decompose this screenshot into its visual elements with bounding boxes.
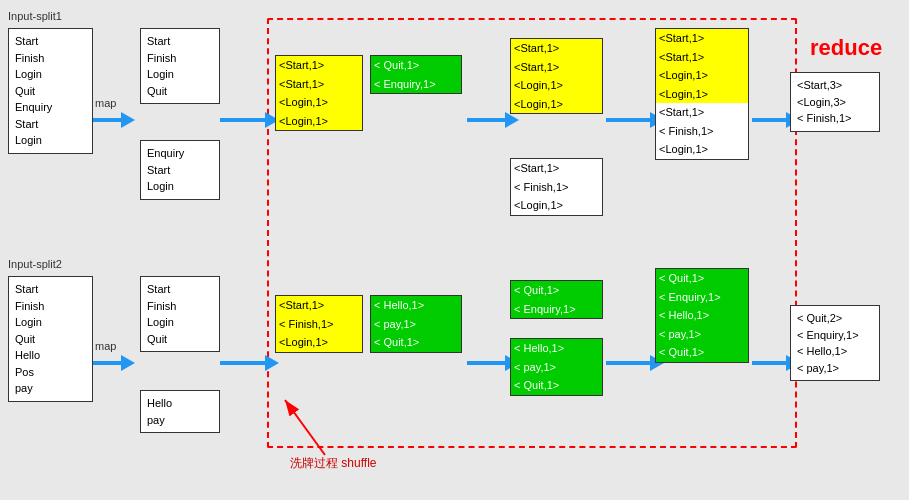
- g1-l3: <Login,1>: [656, 66, 748, 85]
- arrow-line: [93, 361, 121, 365]
- input2-line5: Hello: [15, 347, 86, 364]
- g2-l1: < Quit,1>: [656, 269, 748, 288]
- group2-box: < Quit,1> < Enquiry,1> < Hello,1> < pay,…: [655, 268, 749, 363]
- arrow-head: [505, 112, 519, 128]
- input1-line6: Start: [15, 116, 86, 133]
- m1y-l4: <Login,1>: [276, 112, 362, 131]
- m1b1-l3: Login: [147, 66, 213, 83]
- arrow-mapper1-sort: [467, 112, 519, 128]
- arrow-head: [121, 112, 135, 128]
- m1b1-l2: Finish: [147, 50, 213, 67]
- s1t-l3: <Login,1>: [511, 76, 602, 95]
- m2y-l3: <Login,1>: [276, 333, 362, 352]
- mapper2-yellow-box: <Start,1> < Finish,1> <Login,1>: [275, 295, 363, 353]
- arrow-input2-map: [93, 355, 135, 371]
- sort1-bot-box: <Start,1> < Finish,1> <Login,1>: [510, 158, 603, 216]
- mapper2-green-box: < Hello,1> < pay,1> < Quit,1>: [370, 295, 462, 353]
- group1-box: <Start,1> <Start,1> <Login,1> <Login,1> …: [655, 28, 749, 160]
- shuffle-arrow-svg: [265, 390, 345, 460]
- m2y-l1: <Start,1>: [276, 296, 362, 315]
- m1b2-l1: Enquiry: [147, 145, 213, 162]
- m1b1-l1: Start: [147, 33, 213, 50]
- g1-l2: <Start,1>: [656, 48, 748, 67]
- input1-line3: Login: [15, 66, 86, 83]
- arrow-head: [265, 355, 279, 371]
- out2-l4: < pay,1>: [797, 360, 873, 377]
- g2-l2: < Enquiry,1>: [656, 288, 748, 307]
- s1t-l1: <Start,1>: [511, 39, 602, 58]
- g1-l1: <Start,1>: [656, 29, 748, 48]
- g1-l4: <Login,1>: [656, 85, 748, 104]
- s1b-l1: <Start,1>: [511, 159, 602, 178]
- g1-l5: <Start,1>: [656, 103, 748, 122]
- m1b1-l4: Quit: [147, 83, 213, 100]
- m2b2-l1: Hello: [147, 395, 213, 412]
- s1t-l4: <Login,1>: [511, 95, 602, 114]
- input-split1-box: Start Finish Login Quit Enquiry Start Lo…: [8, 28, 93, 154]
- out1-l3: < Finish,1>: [797, 110, 873, 127]
- mapper1-yellow-box: <Start,1> <Start,1> <Login,1> <Login,1>: [275, 55, 363, 131]
- g1-l6: < Finish,1>: [656, 122, 748, 141]
- s1t-l2: <Start,1>: [511, 58, 602, 77]
- s1b-l2: < Finish,1>: [511, 178, 602, 197]
- mapper1-green-box: < Quit,1> < Enquiry,1>: [370, 55, 462, 94]
- s2b-l1: < Hello,1>: [511, 339, 602, 358]
- out1-l2: <Login,3>: [797, 94, 873, 111]
- output1-box: <Start,3> <Login,3> < Finish,1>: [790, 72, 880, 132]
- m2b1-l4: Quit: [147, 331, 213, 348]
- s1b-l3: <Login,1>: [511, 196, 602, 215]
- input-split2-label: Input-split2: [8, 258, 62, 270]
- input1-line7: Login: [15, 132, 86, 149]
- output2-box: < Quit,2> < Enquiry,1> < Hello,1> < pay,…: [790, 305, 880, 381]
- input2-line1: Start: [15, 281, 86, 298]
- arrow-line: [606, 361, 650, 365]
- m1g-l1: < Quit,1>: [371, 56, 461, 75]
- g2-l3: < Hello,1>: [656, 306, 748, 325]
- map2-box1: Start Finish Login Quit: [140, 276, 220, 352]
- map1-box1: Start Finish Login Quit: [140, 28, 220, 104]
- arrow-line: [467, 118, 505, 122]
- input2-line3: Login: [15, 314, 86, 331]
- m2g-l2: < pay,1>: [371, 315, 461, 334]
- input2-line4: Quit: [15, 331, 86, 348]
- m2b1-l2: Finish: [147, 298, 213, 315]
- map2-label: map: [95, 340, 116, 352]
- out2-l2: < Enquiry,1>: [797, 327, 873, 344]
- map2-box2: Hello pay: [140, 390, 220, 433]
- map1-label: map: [95, 97, 116, 109]
- s2t-l2: < Enquiry,1>: [511, 300, 602, 319]
- s2b-l2: < pay,1>: [511, 358, 602, 377]
- m2g-l1: < Hello,1>: [371, 296, 461, 315]
- input-split2-box: Start Finish Login Quit Hello Pos pay: [8, 276, 93, 402]
- sort1-top-box: <Start,1> <Start,1> <Login,1> <Login,1>: [510, 38, 603, 114]
- input2-line2: Finish: [15, 298, 86, 315]
- g2-l4: < pay,1>: [656, 325, 748, 344]
- out2-l3: < Hello,1>: [797, 343, 873, 360]
- arrow-map2-out: [220, 355, 279, 371]
- arrow-head: [121, 355, 135, 371]
- s2b-l3: < Quit,1>: [511, 376, 602, 395]
- sort2-top-box: < Quit,1> < Enquiry,1>: [510, 280, 603, 319]
- m1y-l3: <Login,1>: [276, 93, 362, 112]
- m1b2-l2: Start: [147, 162, 213, 179]
- m1y-l1: <Start,1>: [276, 56, 362, 75]
- out1-l1: <Start,3>: [797, 77, 873, 94]
- arrow-line: [752, 118, 786, 122]
- input2-line6: Pos: [15, 364, 86, 381]
- arrow-line: [220, 118, 265, 122]
- arrow-line: [467, 361, 505, 365]
- input1-line2: Finish: [15, 50, 86, 67]
- g2-l5: < Quit,1>: [656, 343, 748, 362]
- input1-line5: Enquiry: [15, 99, 86, 116]
- arrow-line: [220, 361, 265, 365]
- g1-l7: <Login,1>: [656, 140, 748, 159]
- arrow-line: [93, 118, 121, 122]
- m2b2-l2: pay: [147, 412, 213, 429]
- out2-l1: < Quit,2>: [797, 310, 873, 327]
- m2b1-l1: Start: [147, 281, 213, 298]
- arrow-line: [606, 118, 650, 122]
- svg-line-1: [285, 400, 325, 455]
- arrow-map1-out: [220, 112, 279, 128]
- m2y-l2: < Finish,1>: [276, 315, 362, 334]
- arrow-line: [752, 361, 786, 365]
